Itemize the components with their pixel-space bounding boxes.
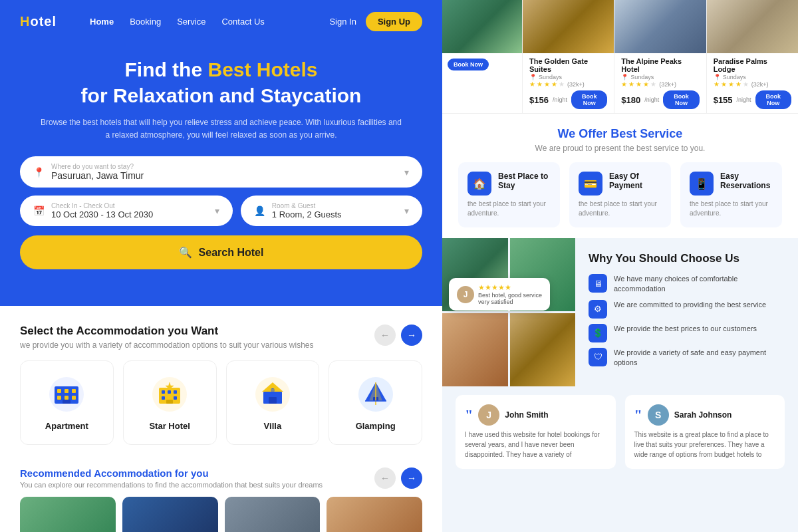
hotel-rating-2: ★ ★ ★ ★ ★ (32k+)	[529, 80, 607, 88]
nav-service[interactable]: Service	[177, 17, 205, 27]
book-button-3[interactable]: Book Now	[663, 90, 699, 109]
nav-home[interactable]: Home	[90, 17, 114, 27]
rec-card-1[interactable]	[20, 497, 116, 532]
svg-rect-14	[162, 396, 165, 400]
carousel-controls: ← →	[374, 325, 422, 346]
choose-img-4	[510, 313, 576, 386]
recommended-header: Recommended Accommodation for you You ca…	[20, 467, 422, 489]
nav-booking[interactable]: Booking	[130, 17, 161, 27]
reservation-title: Easy Reservations	[720, 172, 773, 190]
checkin-field[interactable]: 📅 Check In - Check Out 10 Oct 2030 - 13 …	[20, 196, 233, 226]
svg-rect-5	[57, 396, 61, 400]
nav-contact[interactable]: Contact Us	[221, 17, 264, 27]
apartment-icon	[47, 374, 86, 414]
choose-section: J ★★★★★ Best hotel, good service very sa…	[442, 238, 798, 384]
site-logo: Hotel	[20, 14, 57, 29]
accommodation-section: Select the Accommodation you Want we pro…	[0, 306, 442, 456]
service-subtitle: We are proud to present the best service…	[458, 144, 782, 153]
svg-rect-12	[168, 390, 171, 394]
location-chevron: ▾	[404, 167, 409, 178]
accom-card-glamping[interactable]: Glamping	[329, 360, 422, 445]
choose-item-2: ⚙ We are committed to providing the best…	[589, 300, 785, 319]
svg-rect-2	[57, 389, 61, 393]
accom-card-star-hotel[interactable]: Star Hotel	[123, 360, 217, 445]
testimonial-name-1: John Smith	[505, 410, 548, 420]
svg-rect-6	[65, 396, 68, 400]
rec-card-3[interactable]	[225, 497, 321, 532]
choose-content: Why You Should Choose Us 🖥 We have many …	[575, 238, 798, 384]
choose-image-container: J ★★★★★ Best hotel, good service very sa…	[442, 238, 575, 384]
star-hotel-icon	[150, 374, 190, 414]
quote-icon-2: "	[634, 408, 642, 422]
service-cards: 🏠 Best Place to Stay the best place to s…	[458, 162, 782, 227]
stay-icon-box: 🏠	[467, 172, 491, 196]
review-text1: Best hotel, good service	[478, 292, 542, 299]
carousel-next[interactable]: →	[401, 325, 422, 346]
testimonial-name-2: Sarah Johnson	[674, 410, 732, 420]
book-button-1[interactable]: Book Now	[448, 59, 489, 70]
pin-icon-3: 📍	[621, 74, 628, 80]
hotel-name-4: Paradise Palms Lodge	[714, 57, 791, 73]
choose-item-1: 🖥 We have many choices of comfortable ac…	[589, 274, 785, 295]
signup-button[interactable]: Sign Up	[366, 12, 422, 31]
hotel-price-2: $156	[529, 95, 549, 105]
recommended-prev[interactable]: ←	[374, 467, 396, 489]
recommended-title: Recommended Accommodation for you	[20, 467, 323, 479]
hotel-footer-3: $180 /night Book Now	[621, 90, 699, 109]
recommended-next[interactable]: →	[401, 467, 422, 489]
reservation-icon-box: 📱	[690, 172, 714, 196]
hotel-footer-2: $156 /night Book Now	[529, 90, 607, 109]
choose-image-grid	[442, 238, 575, 384]
shield-icon: 🛡	[594, 352, 602, 362]
hotel-rating-3: ★ ★ ★ ★ ★ (32k+)	[621, 80, 699, 88]
book-button-4[interactable]: Book Now	[755, 90, 791, 109]
checkin-label: Check In - Check Out	[51, 202, 153, 209]
choose-items: 🖥 We have many choices of comfortable ac…	[589, 274, 785, 368]
hotel-card-2: The Golden Gate Suites 📍 Sundays ★ ★ ★ ★…	[522, 0, 614, 113]
svg-rect-3	[65, 389, 68, 393]
location-field[interactable]: 📍 Where do you want to stay? Pasuruan, J…	[20, 156, 422, 188]
testimonial-header-1: " J John Smith	[465, 404, 606, 426]
room-chevron: ▾	[404, 205, 409, 216]
inline-review: J ★★★★★ Best hotel, good service very sa…	[449, 278, 550, 311]
choose-icon-3: 💲	[589, 324, 607, 342]
hotel-name-3: The Alpine Peaks Hotel	[621, 57, 699, 73]
service-card-stay: 🏠 Best Place to Stay the best place to s…	[458, 162, 560, 227]
hotel-loc-2: 📍 Sundays	[529, 74, 607, 80]
stay-desc: the best place to start your adventure.	[467, 200, 551, 218]
pin-icon-4: 📍	[714, 74, 721, 80]
review-text2: very satisfied	[478, 299, 542, 305]
choose-reason-2: We are committed to providing the best s…	[614, 300, 766, 310]
hotel-card-partial: Book Now	[442, 0, 522, 113]
choose-icon-4: 🛡	[589, 348, 607, 366]
room-field[interactable]: 👤 Room & Guest 1 Room, 2 Guests ▾	[241, 196, 422, 226]
signin-link[interactable]: Sign In	[329, 17, 356, 27]
search-button[interactable]: 🔍 Search Hotel	[20, 235, 422, 269]
rec-card-4[interactable]	[327, 497, 422, 532]
carousel-prev[interactable]: ←	[374, 325, 396, 346]
testimonial-avatar-2: S	[648, 404, 669, 426]
book-button-2[interactable]: Book Now	[571, 90, 607, 109]
monitor-icon: 🖥	[594, 279, 602, 289]
choose-reason-1: We have many choices of comfortable acco…	[614, 274, 785, 295]
hotel-footer-4: $155 /night Book Now	[714, 90, 791, 109]
svg-rect-4	[72, 389, 76, 393]
rec-card-2[interactable]	[122, 497, 218, 532]
choose-img-3	[442, 313, 508, 386]
hotel-image-4	[707, 0, 798, 53]
accom-card-apartment[interactable]: Apartment	[20, 360, 114, 445]
location-icon: 📍	[33, 167, 45, 178]
hotel-night-3: /night	[644, 96, 659, 103]
recommended-carousel-controls: ← →	[374, 467, 422, 489]
search-row: 📅 Check In - Check Out 10 Oct 2030 - 13 …	[20, 196, 422, 226]
location-value: Pasuruan, Jawa Timur	[51, 170, 144, 181]
hero-content: Find the Best Hotels for Relaxation and …	[0, 43, 442, 142]
accommodation-subtitle: we provide you with a variety of accommo…	[20, 340, 314, 350]
reservation-icon: 📱	[695, 178, 708, 190]
accom-card-villa[interactable]: Villa	[226, 360, 320, 445]
hotel-image-3	[614, 0, 706, 53]
hotel-night-4: /night	[737, 96, 751, 103]
choose-icon-1: 🖥	[589, 274, 607, 293]
hotel-night-2: /night	[553, 96, 567, 103]
hotel-card-4: Paradise Palms Lodge 📍 Sundays ★ ★ ★ ★ ★…	[706, 0, 798, 113]
